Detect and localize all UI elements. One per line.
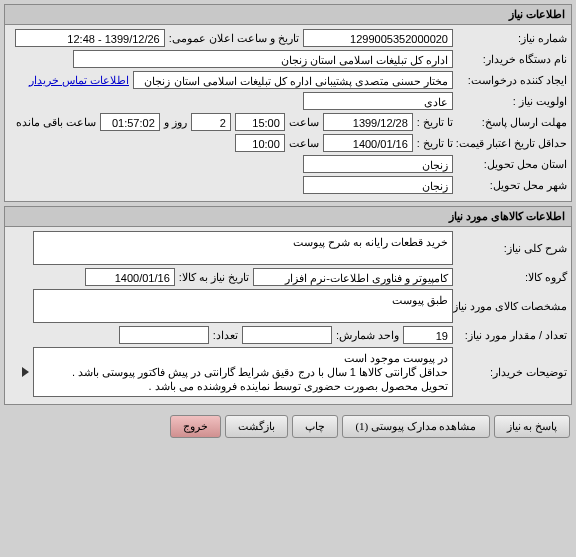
min-valid-time-field: 10:00 <box>235 134 285 152</box>
province-label: استان محل تحویل: <box>457 158 567 171</box>
unit-field <box>242 326 332 344</box>
time-remain-field: 01:57:02 <box>100 113 160 131</box>
exit-button[interactable]: خروج <box>170 415 221 438</box>
deadline-date-field: 1399/12/28 <box>323 113 413 131</box>
deadline-label: مهلت ارسال پاسخ: <box>457 116 567 129</box>
contact-link[interactable]: اطلاعات تماس خریدار <box>29 74 129 87</box>
attachments-button[interactable]: مشاهده مدارک پیوستی (1) <box>342 415 489 438</box>
back-button[interactable]: بازگشت <box>225 415 288 438</box>
goods-info-panel: اطلاعات کالاهای مورد نیاز شرح کلی نیاز: … <box>4 206 572 405</box>
notes-field: در پیوست موجود است حداقل گارانتی کالاها … <box>33 347 453 397</box>
count-label: تعداد: <box>213 329 238 342</box>
count-field <box>119 326 209 344</box>
buyer-org-label: نام دستگاه خریدار: <box>457 53 567 66</box>
days-remain-field: 2 <box>191 113 231 131</box>
time-label-1: ساعت <box>289 116 319 129</box>
req-no-field: 1299005352000020 <box>303 29 453 47</box>
panel1-body: شماره نیاز: 1299005352000020 تاریخ و ساع… <box>5 25 571 201</box>
deadline-time-field: 15:00 <box>235 113 285 131</box>
notes-label: توضیحات خریدار: <box>457 366 567 379</box>
scroll-arrow-icon[interactable] <box>22 367 29 377</box>
qty-label: تعداد / مقدار مورد نیاز: <box>457 329 567 342</box>
desc-field: خرید قطعات رایانه به شرح پیوست <box>33 231 453 265</box>
panel2-body: شرح کلی نیاز: خرید قطعات رایانه به شرح پ… <box>5 227 571 404</box>
city-label: شهر محل تحویل: <box>457 179 567 192</box>
respond-button[interactable]: پاسخ به نیاز <box>494 415 571 438</box>
qty-field: 19 <box>403 326 453 344</box>
need-date-field: 1400/01/16 <box>85 268 175 286</box>
spec-field: طبق پیوست <box>33 289 453 323</box>
creator-field: مختار حسنی متصدی پشتیبانی اداره کل تبلیغ… <box>133 71 453 89</box>
buyer-org-field: اداره کل تبلیغات اسلامی استان زنجان <box>73 50 453 68</box>
days-label: روز و <box>164 116 187 129</box>
creator-label: ایجاد کننده درخواست: <box>457 74 567 87</box>
until-label: تا تاریخ : <box>417 116 453 129</box>
min-valid-until: تا تاریخ : <box>417 137 453 150</box>
min-valid-date-field: 1400/01/16 <box>323 134 413 152</box>
time-label-2: ساعت <box>289 137 319 150</box>
group-field: کامپیوتر و فناوری اطلاعات-نرم افزار <box>253 268 453 286</box>
priority-field: عادی <box>303 92 453 110</box>
group-label: گروه کالا: <box>457 271 567 284</box>
panel1-header: اطلاعات نیاز <box>5 5 571 25</box>
req-no-label: شماره نیاز: <box>457 32 567 45</box>
need-info-panel: اطلاعات نیاز شماره نیاز: 129900535200002… <box>4 4 572 202</box>
panel2-header: اطلاعات کالاهای مورد نیاز <box>5 207 571 227</box>
announce-label: تاریخ و ساعت اعلان عمومی: <box>169 32 299 45</box>
desc-label: شرح کلی نیاز: <box>457 242 567 255</box>
need-date-label: تاریخ نیاز به کالا: <box>179 271 249 284</box>
priority-label: اولویت نیاز : <box>457 95 567 108</box>
province-field: زنجان <box>303 155 453 173</box>
remain-label: ساعت باقی مانده <box>16 116 96 129</box>
print-button[interactable]: چاپ <box>292 415 338 438</box>
unit-label: واحد شمارش: <box>336 329 399 342</box>
announce-field: 1399/12/26 - 12:48 <box>15 29 165 47</box>
button-bar: پاسخ به نیاز مشاهده مدارک پیوستی (1) چاپ… <box>0 409 576 444</box>
spec-label: مشخصات کالای مورد نیاز: <box>457 300 567 313</box>
min-valid-label: حداقل تاریخ اعتبار قیمت: <box>457 137 567 149</box>
city-field: زنجان <box>303 176 453 194</box>
